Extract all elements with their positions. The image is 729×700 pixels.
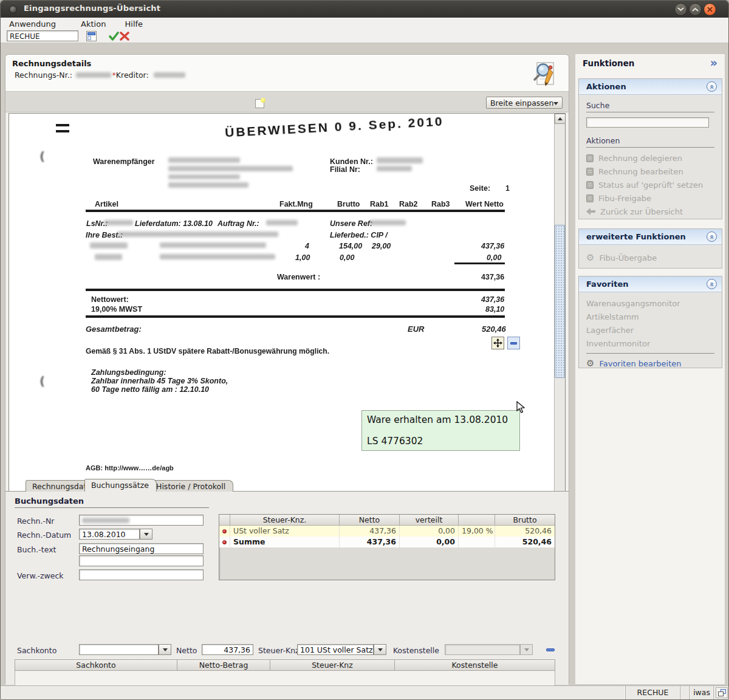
chevron-up-icon: « xyxy=(708,235,715,239)
cancel-x-icon[interactable] xyxy=(120,32,129,43)
sachkonto-dropdown-button[interactable] xyxy=(159,644,171,655)
steuer-dropdown-button[interactable] xyxy=(374,644,386,655)
collapse-panel-button[interactable]: « xyxy=(707,279,717,289)
item1-brutto: 154,00 xyxy=(339,242,362,250)
netto-input[interactable]: 437,36 xyxy=(202,644,253,655)
gear-icon: ⚙ xyxy=(586,359,594,368)
action-fibu-freigabe[interactable]: Fibu-Freigabe xyxy=(586,191,714,205)
menu-aktion[interactable]: Aktion xyxy=(78,18,108,30)
action-label: Rechnung bearbeiten xyxy=(598,167,683,176)
invoice-details-panel: Rechnungsdetails Rechnungs-Nr.: *Kredito… xyxy=(5,54,569,684)
action-zurueck-uebersicht[interactable]: Zurück zur Übersicht xyxy=(586,205,714,218)
status-user-cell: iwas xyxy=(689,686,713,699)
favorit-warenausgangsmonitor[interactable]: Warenausgangsmonitor xyxy=(586,297,714,310)
action-status-geprueft[interactable]: Status auf 'geprüft' setzen xyxy=(586,178,714,191)
scroll-up-button[interactable] xyxy=(555,114,566,124)
command-toolbar: RECHUE xyxy=(1,30,728,43)
hide-annotation-button[interactable] xyxy=(507,337,520,349)
kostenstelle-combo[interactable] xyxy=(445,644,520,655)
scrollbar-thumb[interactable] xyxy=(555,225,565,378)
favorit-inventurmonitor[interactable]: Inventurmonitor xyxy=(586,337,714,350)
payment-title: Zahlungsbedingung: xyxy=(91,368,166,377)
confirm-check-icon[interactable] xyxy=(109,32,119,43)
sachkonto-label: Sachkonto xyxy=(17,646,56,655)
menu-hilfe[interactable]: Hilfe xyxy=(123,18,146,30)
favoriten-panel: Favoriten « Warenausgangsmonitor Artikel… xyxy=(578,276,722,368)
move-icon xyxy=(493,338,502,348)
redacted-address xyxy=(168,174,240,179)
divider xyxy=(586,112,714,112)
move-annotation-button[interactable] xyxy=(491,337,504,349)
erweitert-panel-header[interactable]: erweiterte Funktionen « xyxy=(579,229,722,245)
tax-row-name: USt voller Satz xyxy=(230,526,340,537)
booking-section: Buchungsdaten Rechn.-Nr Rechn.-Datum 13.… xyxy=(5,492,569,685)
item1-qty: 4 xyxy=(305,242,309,250)
vertical-scrollbar[interactable] xyxy=(554,114,565,529)
rechn-datum-input[interactable]: 13.08.2010 xyxy=(79,529,140,540)
page-label: Seite: xyxy=(470,184,490,193)
minimize-button[interactable] xyxy=(674,3,687,16)
kostenstelle-dropdown-button[interactable] xyxy=(520,644,533,655)
goods-value-label: Warenwert : xyxy=(277,273,320,281)
collapse-panel-button[interactable]: « xyxy=(707,81,717,92)
scan-rule xyxy=(86,315,505,318)
row-status-icon xyxy=(219,537,230,547)
chevron-down-icon xyxy=(163,648,168,651)
goods-value: 437,36 xyxy=(481,273,504,281)
action-rechnung-bearbeiten[interactable]: Rechnung bearbeiten xyxy=(586,165,714,178)
maximize-button[interactable] xyxy=(689,3,702,16)
window-form-icon[interactable] xyxy=(86,31,97,44)
menu-anwendung[interactable]: Anwendung xyxy=(7,18,58,30)
remove-row-icon[interactable] xyxy=(546,648,555,651)
date-dropdown-button[interactable] xyxy=(140,529,152,540)
zoom-mode-select[interactable]: Breite einpassen xyxy=(486,97,563,109)
redacted-creditor xyxy=(154,72,185,78)
tab-historie-protokoll[interactable]: Historie / Protokoll xyxy=(149,480,233,492)
preview-edit-icon[interactable] xyxy=(532,61,558,90)
chevron-up-icon xyxy=(692,7,699,12)
redacted-address xyxy=(168,157,240,163)
search-input[interactable] xyxy=(586,117,709,128)
arrow-left-icon xyxy=(586,208,595,215)
tab-buchungssaetze[interactable]: Buchungssätze xyxy=(84,479,157,492)
buch-text-input[interactable]: Rechnungseingang xyxy=(79,543,204,554)
windows-icon[interactable] xyxy=(716,687,728,698)
rechn-nr-label: Rechn.-Nr xyxy=(17,516,55,526)
close-button[interactable] xyxy=(703,3,716,16)
command-input[interactable]: RECHUE xyxy=(7,30,78,41)
vat-label: 19,00% MWST xyxy=(91,305,142,314)
aktionen-panel-title: Aktionen xyxy=(586,82,626,91)
action-fibu-uebergabe[interactable]: ⚙ Fibu-Übergabe xyxy=(586,251,714,264)
action-rechnung-delegieren[interactable]: Rechnung delegieren xyxy=(586,151,714,165)
tax-sum-verteilt: 0,00 xyxy=(400,537,459,547)
invoice-scan-viewer[interactable]: ÜBERWIESEN 0 9. Sep. 2010 Warenempfänger… xyxy=(9,113,566,529)
net-label: Nettowert: xyxy=(91,295,129,304)
favorit-lagerfaecher[interactable]: Lagerfächer xyxy=(586,323,714,337)
invoice-meta-line: Rechnungs-Nr.: *Kreditor: xyxy=(15,70,185,80)
favoriten-bearbeiten-link[interactable]: ⚙ Favoriten bearbeiten xyxy=(586,357,714,370)
rechn-nr-input[interactable] xyxy=(79,515,204,526)
steuer-knz-label: Steuer-Knz xyxy=(258,646,299,655)
customer-no-label: Kunden Nr.: xyxy=(330,157,373,166)
document-check-icon xyxy=(586,181,594,189)
table-row[interactable]: Summe 437,36 0,00 520,46 xyxy=(219,537,555,547)
collapse-panel-button[interactable]: « xyxy=(707,232,717,242)
aktionen-panel-header[interactable]: Aktionen « xyxy=(579,79,722,95)
gear-icon: ⚙ xyxy=(586,253,594,262)
favorit-artikelstamm[interactable]: Artikelstamm xyxy=(586,310,714,323)
redacted-address xyxy=(168,182,248,188)
favoriten-panel-header[interactable]: Favoriten « xyxy=(579,276,722,292)
sachkonto-combo[interactable] xyxy=(79,644,159,655)
scan-artifact: ( xyxy=(39,149,45,163)
document-toolbar: Breite einpassen xyxy=(5,91,569,112)
collapse-sidebar-icon[interactable]: » xyxy=(710,56,716,69)
note-icon[interactable] xyxy=(255,99,264,108)
scan-rule xyxy=(454,262,505,264)
application-window: Eingangsrechnungs-Übersicht Anwendung Ak… xyxy=(0,0,729,700)
annotation-line1: Ware erhalten am 13.08.2010 xyxy=(367,414,515,425)
buch-text-input2[interactable] xyxy=(79,555,204,566)
steuer-knz-combo[interactable]: 101 USt voller Satz ( xyxy=(297,644,374,655)
table-row[interactable]: USt voller Satz 437,36 0,00 19,00 % 520,… xyxy=(219,526,555,537)
verw-zweck-input[interactable] xyxy=(79,569,204,580)
invoice-no-label: Rechnungs-Nr.: xyxy=(15,70,72,80)
